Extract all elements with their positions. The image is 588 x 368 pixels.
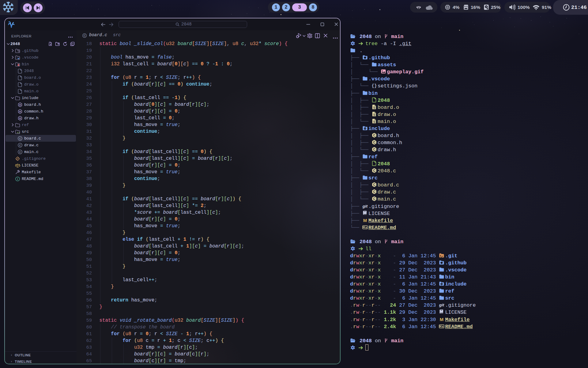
- svg-text:C: C: [19, 137, 21, 140]
- svg-text:H: H: [19, 103, 21, 106]
- svg-text:H: H: [19, 110, 21, 113]
- svg-text:C: C: [19, 144, 21, 147]
- svg-text:C: C: [19, 150, 21, 154]
- svg-text:H: H: [19, 117, 21, 120]
- svg-text:C: C: [84, 34, 86, 37]
